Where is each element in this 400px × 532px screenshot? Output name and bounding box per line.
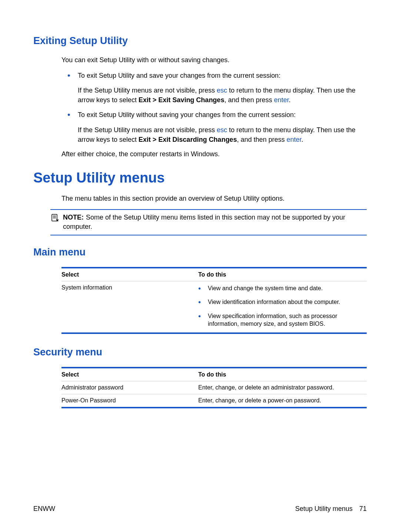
col-header-todo: To do this [198, 371, 367, 378]
menu-path: Exit > Exit Discarding Changes [139, 136, 237, 143]
heading-security-menu: Security menu [33, 347, 367, 358]
table-header-row: Select To do this [61, 268, 367, 281]
list-item: View and change the system time and date… [198, 284, 367, 292]
list-item: View specification information, such as … [198, 312, 367, 328]
footer-section-label: Setup Utility menus [295, 505, 353, 513]
main-menu-table: Select To do this System information Vie… [61, 267, 367, 334]
note-text: Some of the Setup Utility menu items lis… [63, 214, 345, 230]
cell-todo: Enter, change, or delete an administrato… [198, 384, 367, 391]
cell-todo: Enter, change, or delete a power-on pass… [198, 397, 367, 404]
bullet-lead: To exit Setup Utility without saving you… [78, 111, 296, 118]
key-esc: esc [217, 87, 227, 94]
list-item: To exit Setup Utility without saving you… [67, 110, 367, 144]
cell-select: Power-On Password [61, 397, 198, 404]
document-page: Exiting Setup Utility You can exit Setup… [0, 0, 400, 532]
security-menu-table: Select To do this Administrator password… [61, 367, 367, 408]
intro-paragraph: You can exit Setup Utility with or witho… [33, 56, 367, 65]
cell-select: System information [61, 284, 198, 329]
list-item: To exit Setup Utility and save your chan… [67, 71, 367, 105]
section-intro: The menu tables in this section provide … [33, 194, 367, 203]
footer-right: Setup Utility menus 71 [295, 505, 367, 513]
menu-path: Exit > Exit Saving Changes [139, 96, 224, 104]
heading-main-menu: Main menu [33, 247, 367, 258]
list-item: View identification information about th… [198, 298, 367, 306]
table-header-row: Select To do this [61, 368, 367, 381]
table-row: Power-On Password Enter, change, or dele… [61, 394, 367, 407]
key-esc: esc [217, 126, 227, 134]
key-enter: enter [274, 96, 289, 104]
note-label: NOTE: [63, 214, 84, 221]
col-header-select: Select [61, 371, 198, 378]
bullet-detail: If the Setup Utility menus are not visib… [78, 125, 367, 144]
heading-setup-utility-menus: Setup Utility menus [33, 170, 367, 186]
note-icon [50, 213, 59, 222]
heading-exiting-setup-utility: Exiting Setup Utility [33, 35, 367, 47]
col-header-select: Select [61, 271, 198, 278]
cell-todo: View and change the system time and date… [198, 284, 367, 329]
svg-rect-0 [52, 214, 57, 221]
key-enter: enter [287, 136, 301, 143]
exit-options-list: To exit Setup Utility and save your chan… [33, 71, 367, 144]
cell-select: Administrator password [61, 384, 198, 391]
bullet-lead: To exit Setup Utility and save your chan… [78, 72, 280, 79]
bullet-detail: If the Setup Utility menus are not visib… [78, 86, 367, 105]
outro-paragraph: After either choice, the computer restar… [33, 150, 367, 159]
note-box: NOTE:Some of the Setup Utility menu item… [50, 209, 367, 235]
table-row: System information View and change the s… [61, 281, 367, 332]
table-row: Administrator password Enter, change, or… [61, 381, 367, 394]
note-content: NOTE:Some of the Setup Utility menu item… [63, 213, 364, 231]
col-header-todo: To do this [198, 271, 367, 278]
page-number: 71 [359, 505, 367, 513]
footer-left: ENWW [33, 505, 55, 513]
page-footer: ENWW Setup Utility menus 71 [33, 505, 367, 513]
cell-bullet-list: View and change the system time and date… [198, 284, 367, 328]
